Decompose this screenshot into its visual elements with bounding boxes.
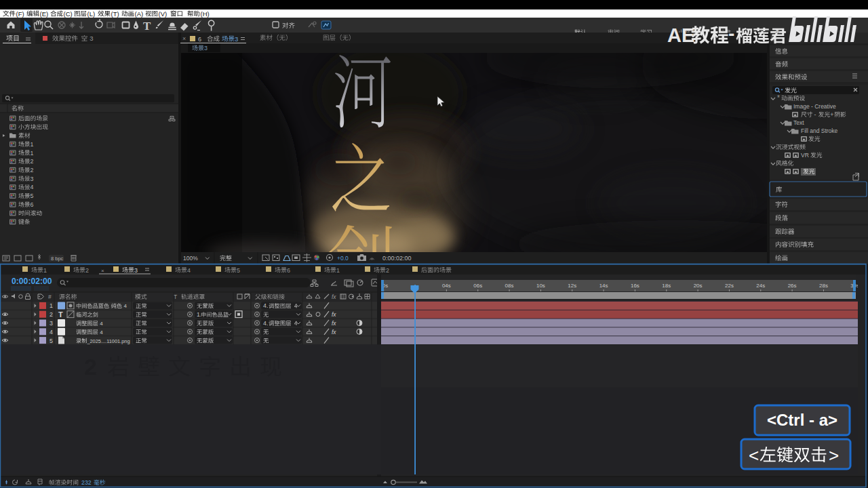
svg-text:4: 4 (31, 184, 34, 190)
svg-text:3: 3 (134, 267, 138, 274)
svg-text:AE: AE (667, 24, 694, 46)
svg-text:2: 2 (386, 267, 389, 274)
svg-text:(V): (V) (159, 10, 167, 18)
svg-text:1: 1 (50, 302, 53, 309)
svg-text:#: # (48, 293, 52, 300)
svg-text:4: 4 (100, 321, 103, 327)
svg-text:1.: 1. (197, 311, 201, 318)
svg-text:3: 3 (90, 35, 93, 42)
svg-text:2: 2 (31, 158, 34, 165)
svg-text:100%: 100% (183, 255, 198, 262)
svg-text:T: T (58, 310, 63, 319)
svg-text:2: 2 (84, 354, 97, 380)
svg-text:-: - (814, 111, 816, 118)
svg-text:5: 5 (50, 338, 53, 344)
svg-text:5: 5 (237, 267, 240, 274)
svg-text:1: 1 (31, 141, 34, 148)
svg-text:Image - Creative: Image - Creative (793, 103, 836, 110)
svg-text:1: 1 (336, 267, 340, 274)
svg-text:+0.0: +0.0 (337, 255, 349, 262)
svg-text:18s: 18s (662, 283, 671, 289)
svg-text:232: 232 (81, 479, 92, 486)
svg-text:2: 2 (50, 311, 53, 318)
svg-text:4: 4 (100, 329, 103, 336)
svg-text:16s: 16s (631, 283, 639, 289)
svg-text:3: 3 (31, 176, 34, 182)
svg-text:×: × (101, 268, 104, 274)
svg-text:3: 3 (204, 45, 208, 52)
svg-text:*: * (777, 94, 780, 102)
svg-text:+: + (830, 111, 833, 118)
svg-text:04s: 04s (442, 283, 451, 289)
svg-text:06s: 06s (473, 283, 482, 289)
svg-text:4.: 4. (263, 302, 268, 309)
svg-text:-: - (728, 23, 734, 44)
svg-text:fx: fx (332, 329, 336, 336)
svg-text:4: 4 (124, 303, 127, 309)
svg-text:24s: 24s (756, 283, 765, 289)
svg-text:_2025....11001.png: _2025....11001.png (86, 338, 130, 344)
svg-text:fx: fx (332, 320, 336, 327)
svg-text:10s: 10s (536, 283, 545, 289)
svg-text:Fill and Stroke: Fill and Stroke (801, 127, 838, 134)
svg-text:20s: 20s (694, 283, 703, 289)
svg-text:26s: 26s (788, 283, 797, 289)
svg-text:28s: 28s (819, 283, 828, 289)
svg-text:4: 4 (187, 267, 191, 274)
svg-text:VR: VR (801, 152, 809, 159)
svg-text:5: 5 (31, 192, 34, 199)
svg-text:2: 2 (31, 167, 34, 174)
svg-text:6: 6 (287, 267, 290, 274)
svg-text:3: 3 (235, 35, 238, 43)
svg-text:(H): (H) (201, 10, 210, 18)
svg-text:»: » (775, 26, 780, 36)
svg-text:fx: fx (332, 311, 336, 318)
svg-text:(L): (L) (87, 10, 96, 18)
svg-text:3: 3 (50, 320, 53, 327)
svg-text:22s: 22s (725, 283, 734, 289)
svg-text:0:00:02:00: 0:00:02:00 (382, 255, 412, 262)
svg-text:08s: 08s (505, 283, 514, 289)
svg-text:(F): (F) (16, 10, 24, 18)
svg-text:(A): (A) (135, 10, 144, 18)
svg-text:<Ctrl - a>: <Ctrl - a> (767, 411, 837, 429)
svg-text:12s: 12s (568, 283, 576, 289)
svg-text:6: 6 (198, 36, 201, 43)
svg-text:>: > (829, 445, 839, 466)
svg-text:(E): (E) (40, 10, 49, 18)
svg-text:14s: 14s (599, 283, 608, 289)
svg-text:(C): (C) (64, 10, 73, 18)
svg-text:2: 2 (85, 267, 89, 274)
svg-text:Text: Text (793, 119, 804, 126)
svg-text:T: T (143, 20, 151, 33)
svg-text:×: × (182, 35, 186, 42)
svg-text:T: T (174, 293, 177, 300)
svg-text:4.: 4. (263, 320, 268, 327)
svg-text:6: 6 (31, 201, 34, 208)
svg-text:0:00:02:00: 0:00:02:00 (12, 277, 52, 286)
svg-text:(T): (T) (111, 10, 119, 18)
svg-text:1: 1 (43, 267, 47, 274)
svg-text:<: < (749, 445, 759, 466)
svg-text:8 bpc: 8 bpc (51, 256, 64, 262)
svg-text:4: 4 (50, 329, 53, 336)
svg-text:1: 1 (31, 150, 34, 157)
svg-text:fx: fx (332, 293, 336, 300)
